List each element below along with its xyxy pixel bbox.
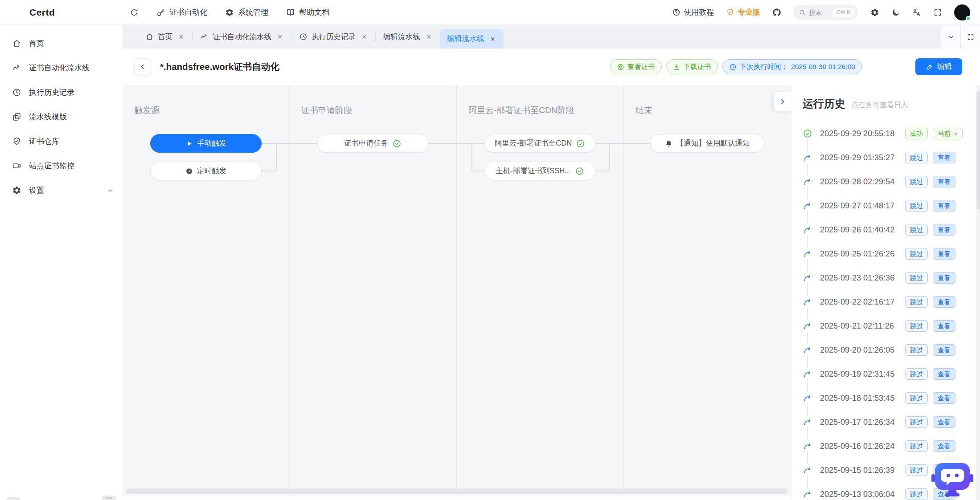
next-run-time: 2025-09-30 01:26:00 xyxy=(791,63,855,71)
chat-assistant-widget[interactable] xyxy=(930,462,975,498)
history-entry[interactable]: 2025-09-23 01:26:36跳过查看 xyxy=(803,266,980,290)
history-badge-view-button[interactable]: 查看 xyxy=(933,296,955,308)
help-tutorial-link[interactable]: 使用教程 xyxy=(672,7,714,17)
user-avatar[interactable] xyxy=(954,4,970,20)
page-title: *.handsfree.work证书自动化 xyxy=(160,61,279,73)
history-entry[interactable]: 2025-09-19 02:31:45跳过查看 xyxy=(803,362,980,386)
task-cert-request[interactable]: 证书申请任务 xyxy=(317,134,429,153)
close-icon[interactable] xyxy=(426,33,432,40)
vertical-scrollbar[interactable] xyxy=(976,85,980,500)
history-entry[interactable]: 2025-09-28 02:29:54跳过查看 xyxy=(803,170,980,194)
history-badge-view-button[interactable]: 查看 xyxy=(933,200,955,211)
github-link[interactable] xyxy=(772,8,781,17)
tab-pipelines[interactable]: 证书自动化流水线 xyxy=(193,25,291,49)
history-badge-skip: 跳过 xyxy=(905,464,928,476)
history-entry[interactable]: 2025-09-17 01:26:34跳过查看 xyxy=(803,410,980,434)
scrollbar-thumb[interactable] xyxy=(976,91,980,210)
refresh-button[interactable] xyxy=(130,8,139,17)
history-entry[interactable]: 2025-09-26 01:40:42跳过查看 xyxy=(803,218,980,242)
close-icon[interactable] xyxy=(361,33,368,40)
history-badge-view-button[interactable]: 查看 xyxy=(933,272,955,284)
sidebar-item-history[interactable]: 执行历史记录 xyxy=(0,80,123,105)
history-timestamp: 2025-09-18 01:53:45 xyxy=(820,394,900,403)
close-icon[interactable] xyxy=(489,36,496,42)
history-entry[interactable]: 2025-09-27 01:48:17跳过查看 xyxy=(803,194,980,218)
close-icon[interactable]: × xyxy=(954,130,958,137)
history-badge-view-button[interactable]: 查看 xyxy=(933,440,955,452)
back-button[interactable] xyxy=(134,58,151,75)
sidebar-item-pipelines[interactable]: 证书自动化流水线 xyxy=(0,56,123,80)
copy-plus-icon xyxy=(12,112,21,122)
history-entry[interactable]: 2025-09-25 01:26:26跳过查看 xyxy=(803,242,980,266)
close-icon[interactable] xyxy=(178,33,185,40)
language-button[interactable] xyxy=(912,8,921,17)
bottom-edge-handle[interactable] xyxy=(102,496,116,500)
view-cert-icon xyxy=(617,63,624,71)
history-badge-view-button[interactable]: 查看 xyxy=(933,416,955,428)
bell-icon xyxy=(665,140,672,147)
history-entry[interactable]: 2025-09-22 02:16:17跳过查看 xyxy=(803,290,980,314)
tab-history[interactable]: 执行历史记录 xyxy=(291,25,375,49)
fullscreen-button[interactable] xyxy=(933,8,942,17)
tab-edit-pipeline-2[interactable]: 编辑流水线 xyxy=(440,29,504,49)
history-timestamp: 2025-09-23 01:26:36 xyxy=(820,273,900,283)
pro-version-badge[interactable]: 专业版 xyxy=(726,7,760,17)
home-icon xyxy=(145,33,154,41)
clock-icon xyxy=(729,63,737,71)
history-subtitle: 点任务可查看日志 xyxy=(851,101,908,110)
task-deploy-cdn[interactable]: 阿里云-部署证书至CDN xyxy=(484,134,596,153)
history-badge-view-button[interactable]: 查看 xyxy=(933,224,955,236)
history-badge-view-button[interactable]: 查看 xyxy=(933,152,955,163)
tabs-dropdown-button[interactable] xyxy=(941,25,960,49)
task-manual-trigger[interactable]: 手动触发 xyxy=(150,134,262,153)
history-entry[interactable]: 2025-09-21 02:11:26跳过查看 xyxy=(803,314,980,338)
tab-edit-pipeline-1[interactable]: 编辑流水线 xyxy=(376,25,440,49)
task-notify[interactable]: 【通知】使用默认通知 xyxy=(650,134,764,153)
skip-icon xyxy=(803,321,812,331)
settings-button[interactable] xyxy=(870,8,879,17)
history-badge-view-button[interactable]: 查看 xyxy=(933,320,955,332)
history-badge-skip: 跳过 xyxy=(905,392,928,404)
search-input[interactable] xyxy=(809,8,829,16)
sidebar-item-settings[interactable]: 设置 xyxy=(0,178,123,203)
history-entry[interactable]: 2025-09-20 01:26:05跳过查看 xyxy=(803,338,980,362)
close-icon[interactable] xyxy=(277,33,283,40)
history-badge-view-button[interactable]: 查看 xyxy=(933,368,955,380)
history-badge-view-button[interactable]: 查看 xyxy=(933,392,955,404)
history-timestamp: 2025-09-29 20:55:18 xyxy=(820,129,900,138)
task-deploy-ssh[interactable]: 主机-部署证书到SSH... xyxy=(484,162,596,180)
history-entry[interactable]: 2025-09-18 01:53:45跳过查看 xyxy=(803,386,980,410)
tab-home[interactable]: 首页 xyxy=(138,25,192,49)
nav-menu-cert-automation[interactable]: 证书自动化 xyxy=(156,7,207,17)
sidebar-item-cert-store[interactable]: 证书仓库 xyxy=(0,129,123,154)
global-search[interactable]: Ctrl K xyxy=(793,5,858,20)
avatar-logo-icon xyxy=(957,8,967,17)
download-cert-button[interactable]: 下载证书 xyxy=(666,59,718,74)
history-entry[interactable]: 2025-09-29 20:55:18成功当前× xyxy=(803,122,980,146)
nav-menu-system-manage[interactable]: 系统管理 xyxy=(225,7,268,17)
tab-label: 证书自动化流水线 xyxy=(213,32,271,42)
history-entry[interactable]: 2025-09-16 01:26:24跳过查看 xyxy=(803,434,980,458)
view-cert-button[interactable]: 查看证书 xyxy=(610,59,662,74)
top-navbar: Certd 证书自动化系统管理帮助文档 使用教程 专业版 Ctrl K xyxy=(0,0,980,25)
sidebar-item-label: 流水线模版 xyxy=(29,112,67,122)
skip-icon xyxy=(803,417,812,427)
nav-menu-help-docs[interactable]: 帮助文档 xyxy=(286,7,329,17)
horizontal-scrollbar[interactable] xyxy=(126,488,787,494)
history-entry[interactable]: 2025-09-29 01:35:27跳过查看 xyxy=(803,146,980,170)
book-icon xyxy=(286,8,295,17)
history-badge-view-button[interactable]: 查看 xyxy=(933,344,955,356)
sidebar-item-templates[interactable]: 流水线模版 xyxy=(0,105,123,129)
history-badge-view-button[interactable]: 查看 xyxy=(933,248,955,260)
history-timestamp: 2025-09-17 01:26:34 xyxy=(820,418,900,427)
task-timer-trigger[interactable]: 定时触发 xyxy=(150,162,262,180)
collapse-panel-button[interactable] xyxy=(774,92,791,111)
sidebar-item-site-monitor[interactable]: 站点证书监控 xyxy=(0,154,123,178)
history-badge-view-button[interactable]: 查看 xyxy=(933,176,955,187)
sidebar-item-home[interactable]: 首页 xyxy=(0,31,123,56)
dark-mode-button[interactable] xyxy=(891,8,900,17)
brand-title: Certd xyxy=(29,7,55,18)
tabs-fullscreen-button[interactable] xyxy=(960,25,980,49)
bottom-edge-handle[interactable] xyxy=(6,497,21,500)
edit-button[interactable]: 编辑 xyxy=(915,58,962,75)
